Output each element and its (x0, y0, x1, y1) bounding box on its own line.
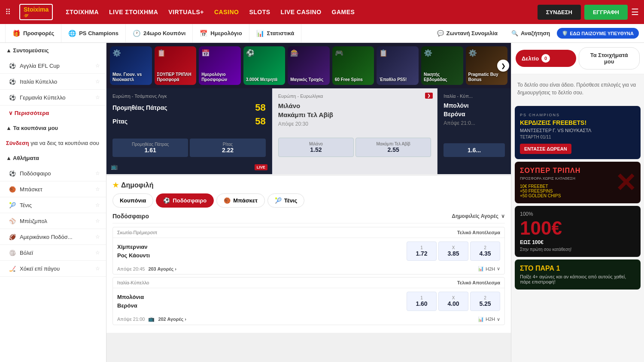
nav-virtuals[interactable]: VIRTUALS+ (168, 9, 204, 15)
betslip-empty-message: Το δελτίο σου είναι άδειο. Πρόσθεσε επιλ… (511, 74, 644, 103)
promo-card-6[interactable]: 🎮 60 Free Spins (332, 46, 374, 85)
para1-banner[interactable]: ΣΤΟ ΠΑΡΑ 1 Παίξε 4+ αγώνες και αν κάποιο… (515, 259, 641, 290)
match-1-live-badge: LIVE (255, 163, 267, 170)
logo[interactable]: Stoixima .gr (19, 4, 53, 20)
tennis-tab-label: Τένις (284, 197, 297, 204)
promo-card-8[interactable]: ⚙️ Νικητής Εβδομάδας (421, 46, 463, 85)
basketball-sport-icon: 🏀 (9, 185, 16, 193)
betslip-button[interactable]: Δελτίο 0 (516, 50, 576, 67)
tab-soccer[interactable]: ⚽ Ποδόσφαιρο (156, 193, 214, 208)
live-match-card-2: Ευρώπη - Ευρωλίγκα Μιλάνο Μακάμπι Τελ Αβ… (272, 88, 438, 174)
super-triple-banner[interactable]: ΣΟΥΠΕΡ ΤΡΙΠΛΗ ΠΡΟΣΦΟΡΑ ΧΩΡΙΣ ΚΑΤΑΘΕΣΗ 10… (515, 162, 641, 203)
grid-icon[interactable]: ⠿ (5, 7, 11, 17)
match-1-odd-2[interactable]: 2 4.35 (470, 241, 500, 261)
promo-card-4[interactable]: ⚽ 3.000€ Μετρητά (243, 46, 286, 85)
match-2-live-arrow[interactable]: ❯ (425, 93, 433, 99)
promo-card-5[interactable]: 🎰 Μαγικός Τροχός (288, 46, 330, 85)
match-1-odd-x[interactable]: Χ 3.85 (438, 241, 468, 261)
coupons-login-link[interactable]: Σύνδεση (6, 140, 29, 146)
nav-casino[interactable]: CASINO (214, 9, 239, 15)
promo-card-3[interactable]: 📅 Ημερολόγιο Προσφορών (199, 46, 241, 85)
sidebar-item-england-efl[interactable]: ⚽ Αγγλία EFL Cup ☆ (0, 58, 106, 74)
match-3-odd1[interactable]: 1.6... (444, 143, 505, 157)
ps-champions-nav-item[interactable]: 🌐 PS Champions (61, 24, 126, 42)
nav-live-casino[interactable]: LIVE CASINO (281, 9, 322, 15)
my-bets-button[interactable]: Τα Στοιχήματά μου (579, 47, 640, 69)
search-nav-item[interactable]: 🔍 Αναζήτηση (506, 30, 555, 36)
ps-champions-icon: 🌐 (68, 30, 76, 37)
match-2-odd2[interactable]: Μακάμπι Τελ Αβίβ 2.55 (355, 138, 431, 157)
register-button[interactable]: ΕΓΓΡΑΦΗ (584, 5, 628, 20)
promo-card-7[interactable]: 📋 Έπαθλο PS5! (377, 46, 419, 85)
shortcuts-section-header[interactable]: ▲ Συντομεύσεις (0, 43, 106, 58)
sidebar-item-volleyball[interactable]: 🏐 Βόλεϊ ☆ (0, 245, 106, 261)
sports-section-header[interactable]: ▲ Αθλήματα (0, 151, 106, 166)
match-2-odd-x[interactable]: Χ 4.00 (438, 292, 468, 311)
match-1-odd-1[interactable]: 1 1.72 (407, 241, 437, 261)
sidebar-sport-label: Μπέιζμπολ (20, 218, 47, 224)
match-2-markets-link[interactable]: 202 Αγορές › (158, 317, 186, 322)
match-2-odd-2[interactable]: 2 5.25 (470, 292, 500, 311)
sidebar-item-american-football[interactable]: 🏈 Αμερικάνικο Ποδόσ... ☆ (0, 229, 106, 245)
coupon-24h-label: 24ωρο Κουπόνι (143, 30, 185, 36)
match-1-odd1[interactable]: Προμηθέας Πάτρας 1.61 (112, 139, 188, 157)
live-chat-nav-item[interactable]: 💬 Ζωντανή Συνομιλία (430, 30, 504, 36)
statistics-nav-item[interactable]: 📊 Στατιστικά (249, 24, 302, 42)
coupons-section-header[interactable]: ▲ Τα κουπόνια μου (0, 121, 106, 136)
sidebar-item-ice-hockey[interactable]: 🏒 Χόκεϊ επί πάγου ☆ (0, 261, 106, 277)
favorite-sport-icon: ☆ (95, 170, 100, 176)
h2h-label: H2H (486, 266, 495, 272)
live-match-card-3: Ιταλία - Κύπ... Μπολόνι Βερόνα Απόψε 21:… (437, 88, 511, 174)
sidebar-item-germany-cup[interactable]: ⚽ Γερμανία Κύπελλο ☆ (0, 90, 106, 106)
favorite-icon-3: ☆ (95, 94, 100, 100)
match-2-odd-1[interactable]: 1 1.60 (407, 292, 437, 311)
promo-card-1[interactable]: ⚙️ Μαν. Γιουν. vs Νιούκαστλ (110, 46, 152, 85)
sidebar-item-basketball[interactable]: 🏀 Μπάσκετ ☆ (0, 181, 106, 197)
login-button[interactable]: ΣΥΝΔΕΣΗ (538, 5, 581, 20)
statistics-label: Στατιστικά (267, 30, 295, 36)
popular-markets-dropdown[interactable]: Δημοφιλείς Αγορές ∨ (452, 213, 505, 219)
percent-100-banner[interactable]: 100% 100€ ΕΩΣ 100€ Στην πρώτη σου κατάθε… (515, 206, 641, 257)
match-2-teams: Μπολόνια Βερόνα (117, 293, 403, 310)
sidebar-item-italy-cup[interactable]: ⚽ Ιταλία Κύπελλο ☆ (0, 74, 106, 90)
odd2-x-val: 4.00 (447, 300, 459, 307)
tab-basketball[interactable]: 🏀 Μπάσκετ (216, 193, 265, 208)
coupon-24h-nav-item[interactable]: 🕐 24ωρο Κουπόνι (126, 24, 193, 42)
hamburger-menu-icon[interactable]: ☰ (631, 7, 639, 17)
promo-card-2-icon: 📋 (157, 49, 166, 57)
ps-champions-label: PS Champions (79, 30, 118, 36)
nav-live-stoixima[interactable]: LIVE ΣΤΟΙΧΗΜΑ (109, 9, 158, 15)
match-2-h2h-button[interactable]: 📊 H2H ∨ (478, 317, 500, 322)
favorite-icon-2: ☆ (95, 78, 100, 84)
ps-champions-banner[interactable]: PS CHAMPIONS ΚΕΡΔΙΖΕΙΣ FREEBETS! ΜΑΝΤΣΕΣ… (515, 106, 641, 159)
chat-label: Ζωντανή Συνομιλία (447, 30, 498, 36)
promo-card-9-icon: ⚙️ (468, 49, 477, 57)
sidebar-item-baseball[interactable]: ⚾ Μπέιζμπολ ☆ (0, 213, 106, 229)
nav-slots[interactable]: SLOTS (249, 9, 270, 15)
offers-nav-item[interactable]: 🎁 Προσφορές (5, 24, 61, 42)
match-1-away-team: Ρος Κάουντι (117, 251, 403, 260)
sidebar-item-tennis[interactable]: 🎾 Τένις ☆ (0, 197, 106, 213)
chevron-down-icon: ∨ (501, 213, 505, 219)
match-1-odd2[interactable]: Ρίτας 2.22 (190, 139, 265, 157)
more-shortcuts-link[interactable]: ∨ Περισσότερα (0, 106, 106, 121)
match-1-h2h-button[interactable]: 📊 H2H ∨ (478, 266, 500, 272)
nav-games[interactable]: GAMES (332, 9, 355, 15)
bar-chart-icon: 📊 (478, 266, 484, 272)
match-2-home-team: Μπολόνια (117, 293, 403, 302)
nav-stoixima[interactable]: ΣΤΟΙΧΗΜΑ (66, 9, 99, 15)
promo-nav-next-button[interactable]: ❯ (497, 60, 509, 72)
match-2-odd1[interactable]: Μιλάνο 1.52 (278, 138, 354, 157)
match-1-markets-link[interactable]: 203 Αγορές › (148, 266, 176, 272)
tab-coupons[interactable]: Κουπόνια (112, 193, 153, 208)
betslip-header: Δελτίο 0 Τα Στοιχήματά μου (511, 43, 644, 74)
calendar-nav-item[interactable]: 📅 Ημερολόγιο (193, 24, 249, 42)
responsible-gaming-button[interactable]: 🛡️ ΕΔΩ ΠΑΙΖΟΥΜΕ ΥΠΕΥΘΥΝΑ (557, 28, 639, 39)
soccer-tab-icon: ⚽ (163, 197, 170, 204)
promo-card-3-icon: 📅 (201, 49, 210, 57)
basketball-tab-icon: 🏀 (224, 197, 231, 204)
tab-tennis[interactable]: 🎾 Τένις (267, 193, 304, 208)
sidebar-item-soccer[interactable]: ⚽ Ποδόσφαιρο ☆ (0, 166, 106, 181)
ps-banner-cta-button[interactable]: ΕΝΤΑΣΣΕ ΔΩΡΕΑΝ (520, 144, 571, 154)
promo-card-2[interactable]: 📋 ΣΟΥΠΕΡ ΤΡΙΠΛΗ Προσφορά (155, 46, 197, 85)
